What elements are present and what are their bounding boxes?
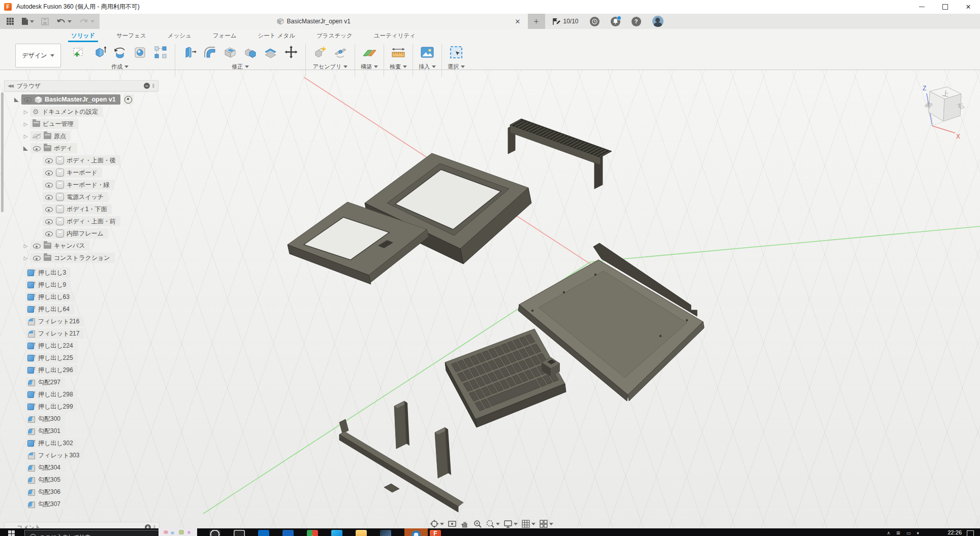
taskbar-icon-search[interactable]	[209, 530, 220, 536]
tree-item-キーボード・緑[interactable]: キーボード・緑	[4, 179, 159, 191]
visibility-eye-icon[interactable]	[33, 145, 41, 152]
feature-chip[interactable]: 押し出し296	[25, 365, 78, 375]
app-grid-button[interactable]	[6, 17, 14, 25]
expander-closed-icon[interactable]: ▷	[22, 133, 29, 139]
save-button[interactable]	[41, 18, 49, 25]
visibility-eye-icon[interactable]	[45, 181, 53, 188]
tree-item-chip[interactable]: 原点	[30, 131, 71, 141]
pattern-button[interactable]	[150, 44, 171, 61]
expander-open-icon[interactable]	[14, 97, 19, 102]
job-status-button[interactable]: 10/10	[552, 17, 579, 26]
zoom-button[interactable]	[473, 519, 482, 528]
expander-closed-icon[interactable]: ▷	[22, 255, 29, 261]
expander-closed-icon[interactable]: ▷	[22, 121, 29, 127]
system-tray[interactable]: ∧⊞▭♦	[887, 530, 919, 535]
feature-押し出し302[interactable]: 押し出し302	[4, 437, 159, 449]
visibility-off-icon[interactable]	[33, 132, 41, 140]
viewcube[interactable]: Z X 上 前 右	[908, 80, 979, 149]
ribbon-tab-サーフェス[interactable]: サーフェス	[114, 32, 148, 40]
tree-item-chip[interactable]: ⚙ドキュメントの設定	[30, 107, 103, 117]
browser-scrollbar[interactable]	[1, 92, 4, 212]
feature-chip[interactable]: 勾配304	[25, 462, 65, 473]
tree-item-chip[interactable]: ボディ・上面・後	[43, 155, 120, 165]
expander-closed-icon[interactable]: ▷	[22, 243, 29, 249]
user-avatar[interactable]	[652, 16, 663, 27]
ribbon-group-label[interactable]: 選択	[448, 63, 465, 71]
extrude-button[interactable]	[89, 44, 110, 61]
ribbon-group-label[interactable]: 作成	[111, 63, 129, 71]
tree-item-chip[interactable]: ボディ	[30, 143, 77, 153]
tree-item-キャンバス[interactable]: ▷キャンバス	[4, 240, 159, 252]
tree-item-電源スイッチ[interactable]: 電源スイッチ	[4, 191, 159, 203]
undo-button[interactable]	[56, 18, 72, 25]
orbit-button[interactable]	[430, 519, 444, 528]
root-component-chip[interactable]: BasicMasterJr_open v1	[21, 94, 120, 105]
document-tab[interactable]: BasicMasterJr_open v1 ✕	[100, 14, 528, 29]
tree-item-chip[interactable]: 内部フレーム	[43, 228, 108, 239]
display-settings-button[interactable]	[503, 519, 518, 528]
feature-chip[interactable]: 勾配297	[25, 377, 65, 387]
feature-chip[interactable]: フィレット216	[25, 316, 84, 326]
insert-canvas-button[interactable]	[417, 44, 437, 61]
look-at-button[interactable]	[448, 519, 457, 528]
browser-minimize-icon[interactable]	[144, 83, 150, 89]
ribbon-tab-プラスチック[interactable]: プラスチック	[314, 32, 355, 40]
redo-button[interactable]	[79, 18, 94, 25]
visibility-eye-icon[interactable]	[45, 218, 53, 225]
ribbon-tab-シート メタル[interactable]: シート メタル	[256, 32, 298, 40]
weather-widget[interactable]	[159, 528, 197, 536]
tree-item-chip[interactable]: キーボード・緑	[43, 180, 114, 190]
fillet-button[interactable]	[200, 44, 220, 61]
tree-item-chip[interactable]: キャンバス	[30, 241, 89, 251]
joint-button[interactable]	[330, 44, 351, 61]
feature-押し出し299[interactable]: 押し出し299	[4, 400, 159, 413]
tree-item-chip[interactable]: コンストラクション	[30, 253, 115, 263]
taskbar-search-box[interactable]: ここに入力して検索	[24, 530, 164, 536]
tree-item-ドキュメントの設定[interactable]: ▷⚙ドキュメントの設定	[4, 106, 159, 118]
hole-button[interactable]	[130, 44, 150, 61]
browser-header[interactable]: ◀◀ ブラウザ ‖	[4, 80, 159, 91]
taskbar-icon-onedrive[interactable]	[282, 530, 294, 536]
feature-勾配300[interactable]: 勾配300	[4, 413, 159, 425]
visibility-eye-icon[interactable]	[45, 206, 53, 213]
press-pull-button[interactable]	[179, 44, 200, 61]
ribbon-tab-ユーティリティ[interactable]: ユーティリティ	[372, 32, 418, 40]
orbit-dropdown-arrow[interactable]	[440, 523, 444, 525]
feature-chip[interactable]: 勾配306	[25, 487, 65, 497]
visibility-eye-icon[interactable]	[45, 193, 53, 200]
visibility-eye-icon[interactable]	[33, 254, 41, 261]
fit-button[interactable]	[486, 519, 500, 528]
start-button[interactable]	[8, 530, 15, 536]
workspace-selector[interactable]: デザイン	[15, 44, 61, 68]
feature-chip[interactable]: 勾配307	[25, 499, 65, 509]
feature-chip[interactable]: 勾配305	[25, 475, 65, 485]
visibility-eye-icon[interactable]	[23, 96, 32, 103]
grid-display-dropdown-arrow[interactable]	[531, 523, 535, 525]
visibility-eye-icon[interactable]	[45, 169, 53, 176]
expander-closed-icon[interactable]: ▷	[22, 109, 29, 115]
new-component-button[interactable]	[310, 44, 330, 61]
feature-押し出し296[interactable]: 押し出し296	[4, 364, 159, 376]
tree-item-ボディ[interactable]: ボディ	[4, 142, 159, 154]
ribbon-group-label[interactable]: 検査	[390, 63, 407, 71]
expander-open-icon[interactable]	[23, 146, 28, 151]
feature-chip[interactable]: フィレット217	[25, 328, 84, 339]
feature-勾配297[interactable]: 勾配297	[4, 376, 159, 388]
close-button[interactable]: ✕	[957, 0, 980, 14]
taskbar-icon-fusion-active[interactable]	[404, 528, 428, 536]
feature-chip[interactable]: 押し出し64	[25, 304, 74, 314]
feature-押し出し3[interactable]: 押し出し3	[4, 266, 159, 279]
select-button[interactable]	[446, 44, 466, 61]
file-menu-button[interactable]	[21, 17, 34, 25]
taskbar-icon-chrome[interactable]	[307, 530, 318, 536]
ribbon-group-label[interactable]: 構築	[361, 63, 378, 71]
create-sketch-button[interactable]	[69, 44, 89, 61]
tree-item-キーボード[interactable]: キーボード	[4, 166, 159, 179]
split-button[interactable]	[261, 44, 281, 61]
fit-dropdown-arrow[interactable]	[496, 523, 500, 525]
taskbar-icon-steam[interactable]	[380, 530, 391, 536]
display-settings-dropdown-arrow[interactable]	[514, 523, 518, 525]
help-button[interactable]: ?	[631, 17, 641, 26]
feature-chip[interactable]: 押し出し9	[25, 280, 71, 290]
ribbon-tab-メッシュ[interactable]: メッシュ	[166, 32, 194, 40]
